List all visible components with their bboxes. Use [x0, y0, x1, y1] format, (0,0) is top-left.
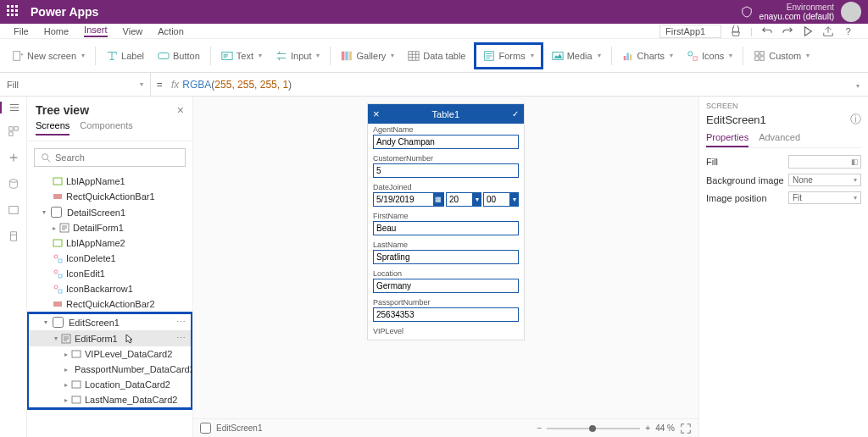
location-input[interactable] — [373, 279, 519, 293]
svg-rect-30 — [58, 259, 62, 263]
tree-location-card[interactable]: ▸Location_DataCard2 — [29, 377, 191, 392]
fx-label: fx — [168, 79, 182, 91]
canvas-footer: EditScreen1 − + 44 % — [193, 418, 698, 437]
tab-advanced[interactable]: Advanced — [759, 132, 800, 147]
firstname-input[interactable] — [373, 221, 519, 235]
agentname-input[interactable] — [373, 135, 519, 149]
play-icon[interactable] — [802, 25, 814, 37]
formula-expand[interactable]: ▾ — [846, 79, 868, 91]
lastname-input[interactable] — [373, 250, 519, 264]
svg-rect-20 — [14, 127, 17, 130]
prop-fill-value[interactable]: ◧ — [788, 155, 861, 169]
check-icon[interactable]: ✓ — [512, 109, 519, 119]
ribbon: New screen▾ Label Button Text▾ Input▾ Ga… — [0, 39, 868, 73]
label-button[interactable]: Label — [101, 47, 149, 65]
search-input[interactable] — [55, 152, 180, 163]
prop-imgpos-value[interactable]: Fit▾ — [788, 191, 861, 204]
new-screen-icon — [12, 50, 24, 62]
passport-label: PassportNumber — [373, 298, 519, 307]
rail-add[interactable] — [8, 152, 19, 166]
formula-input[interactable]: RGBA(255, 255, 255, 1) — [182, 79, 292, 91]
tree-iconedit1[interactable]: IconEdit1 — [27, 266, 192, 281]
tab-properties[interactable]: Properties — [706, 132, 748, 147]
text-icon — [221, 50, 233, 62]
tree-lblappname1[interactable]: LblAppName1 — [27, 174, 192, 189]
chevron-down-icon[interactable]: ▾ — [509, 192, 519, 207]
svg-rect-25 — [53, 178, 62, 185]
tree-lblappname2[interactable]: LblAppName2 — [27, 235, 192, 251]
menu-view[interactable]: View — [123, 26, 143, 36]
svg-rect-4 — [342, 51, 345, 60]
minute-input[interactable] — [483, 192, 509, 207]
phone-preview[interactable]: × Table1 ✓ AgentName CustomerNumber Date… — [367, 103, 525, 340]
icons-button[interactable]: Icons▾ — [682, 47, 737, 65]
avatar[interactable] — [841, 2, 861, 22]
environment-picker[interactable]: Environment enayu.com (default) — [760, 3, 834, 21]
tree-search[interactable] — [34, 148, 186, 167]
tree-detailscreen1[interactable]: ▾DetailScreen1 — [27, 204, 192, 220]
svg-rect-35 — [53, 301, 62, 307]
info-icon[interactable]: ⓘ — [850, 112, 861, 127]
close-icon[interactable]: × — [177, 103, 184, 117]
tab-screens[interactable]: Screens — [36, 120, 70, 136]
app-name-field[interactable]: FirstApp1 — [659, 25, 721, 38]
svg-rect-14 — [693, 56, 697, 59]
hour-input[interactable] — [446, 192, 472, 207]
tab-components[interactable]: Components — [80, 120, 132, 136]
tree-lastname-card[interactable]: ▸LastName_DataCard2 — [29, 392, 191, 407]
help-icon[interactable]: ? — [843, 25, 854, 37]
property-selector[interactable]: Fill▾ — [0, 73, 151, 96]
chevron-down-icon[interactable]: ▾ — [472, 192, 481, 207]
zoom-slider[interactable] — [547, 428, 640, 429]
props-section: SCREEN — [706, 102, 861, 110]
tree-passport-card[interactable]: ▸PassportNumber_DataCard2 — [29, 362, 191, 377]
text-button[interactable]: Text▾ — [216, 47, 267, 65]
calendar-icon[interactable]: ▦ — [433, 192, 444, 207]
screen-checkbox[interactable] — [200, 423, 211, 434]
gallery-button[interactable]: Gallery▾ — [336, 47, 399, 65]
share-icon[interactable] — [822, 25, 834, 37]
custom-button[interactable]: Custom▾ — [748, 47, 815, 65]
tree-iconback1[interactable]: IconBackarrow1 — [27, 281, 192, 296]
app-checker-icon[interactable] — [730, 25, 742, 37]
tree-detailform1[interactable]: ▸DetailForm1 — [27, 220, 192, 235]
close-x-icon[interactable]: × — [373, 108, 380, 120]
menu-home[interactable]: Home — [44, 26, 69, 36]
rail-media[interactable] — [8, 204, 19, 218]
forms-button[interactable]: Forms▾ — [478, 47, 538, 65]
button-button[interactable]: Button — [153, 47, 205, 65]
tree-rectbar2[interactable]: RectQuickActionBar2 — [27, 296, 192, 312]
zoom-in[interactable]: + — [645, 423, 650, 433]
new-screen-button[interactable]: New screen▾ — [7, 47, 90, 65]
custom-icon — [754, 50, 765, 62]
rail-advanced[interactable] — [8, 230, 19, 245]
tree-icondelete1[interactable]: IconDelete1 — [27, 251, 192, 266]
forms-icon — [483, 50, 495, 62]
svg-rect-7 — [409, 51, 419, 60]
menu-file[interactable]: File — [14, 26, 29, 36]
svg-point-13 — [688, 51, 693, 55]
customernumber-input[interactable] — [373, 163, 519, 178]
input-button[interactable]: Input▾ — [270, 47, 325, 65]
date-input[interactable] — [373, 192, 433, 207]
charts-button[interactable]: Charts▾ — [617, 47, 678, 65]
media-button[interactable]: Media▾ — [547, 47, 606, 65]
rail-data[interactable] — [8, 178, 19, 192]
fit-icon[interactable] — [680, 423, 692, 434]
button-icon — [158, 50, 170, 62]
menu-insert[interactable]: Insert — [84, 25, 108, 37]
rail-insert[interactable] — [8, 125, 19, 140]
waffle-icon[interactable] — [7, 5, 20, 19]
passport-input[interactable] — [373, 307, 519, 322]
rail-tree[interactable] — [0, 102, 26, 113]
tree-rectbar1[interactable]: RectQuickActionBar1 — [27, 189, 192, 204]
datatable-button[interactable]: Data table — [403, 47, 470, 65]
undo-icon[interactable] — [761, 25, 773, 37]
zoom-out[interactable]: − — [537, 423, 542, 433]
tree-editform1[interactable]: ▾EditForm1⋯ — [29, 330, 191, 346]
prop-bgimage-value[interactable]: None▾ — [788, 174, 861, 186]
menu-action[interactable]: Action — [158, 26, 184, 36]
redo-icon[interactable] — [782, 25, 793, 37]
tree-vip-card[interactable]: ▸VIPLevel_DataCard2 — [29, 346, 191, 362]
tree-editscreen1[interactable]: ▾EditScreen1⋯ — [29, 314, 191, 330]
